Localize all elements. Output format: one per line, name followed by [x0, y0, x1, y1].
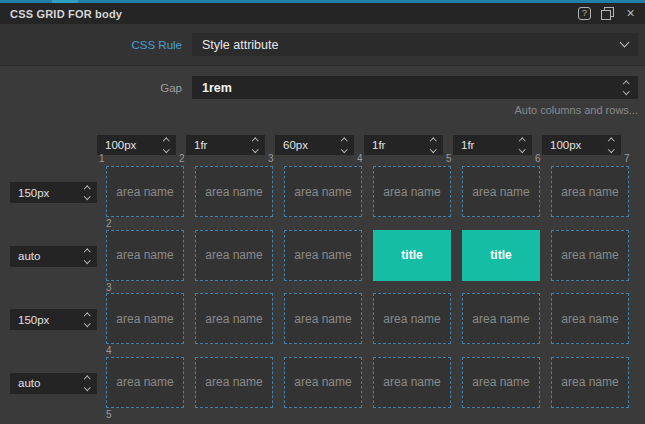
row-track-input-stepper[interactable]	[81, 377, 93, 389]
column-track-input[interactable]: 1fr	[364, 135, 443, 155]
grid-area-cell[interactable]: area name	[284, 166, 362, 217]
column-line-number: 2	[179, 154, 185, 164]
stepper-up-icon[interactable]	[623, 81, 629, 87]
grid-area-cell[interactable]: area name	[462, 293, 540, 344]
stepper-up-icon[interactable]	[163, 138, 169, 144]
column-track-input-stepper[interactable]	[249, 139, 261, 151]
stepper-up-icon[interactable]	[341, 138, 347, 144]
column-track-input[interactable]: 100px	[97, 135, 176, 155]
column-track-input-stepper[interactable]	[338, 139, 350, 151]
column-line-number: 1	[99, 154, 105, 164]
row-track-input-value: 150px	[18, 187, 49, 199]
css-grid-dialog: CSS GRID FOR body ? × CSS Rule Style att…	[0, 0, 645, 424]
grid-area-cell[interactable]: area name	[284, 293, 362, 344]
grid-area-cell[interactable]: area name	[551, 293, 629, 344]
gap-row: Gap 1rem	[0, 76, 645, 99]
column-track-input-value: 1fr	[194, 139, 207, 151]
grid-area-cell[interactable]: area name	[551, 357, 629, 408]
dialog-title: CSS GRID FOR body	[10, 8, 578, 20]
restore-window-icon[interactable]	[601, 7, 614, 20]
column-track-input[interactable]: 60px	[275, 135, 354, 155]
chevron-down-icon	[620, 38, 630, 48]
column-track-input-stepper[interactable]	[160, 139, 172, 151]
column-track-input[interactable]: 1fr	[453, 135, 532, 155]
stepper-down-icon[interactable]	[608, 146, 614, 152]
grid-area-cell[interactable]: area name	[106, 230, 184, 281]
stepper-up-icon[interactable]	[84, 376, 90, 382]
grid-area-cell[interactable]: area name	[551, 230, 629, 281]
row-line-number: 2	[106, 219, 112, 229]
row-track-input-value: 150px	[18, 314, 49, 326]
grid-area-cell[interactable]: area name	[106, 357, 184, 408]
grid-canvas: 100px1fr60px1fr1fr100px1234567150pxauto1…	[0, 125, 645, 424]
css-rule-row: CSS Rule Style attribute	[0, 24, 645, 66]
css-rule-select[interactable]: Style attribute	[192, 33, 638, 56]
grid-area-cell[interactable]: area name	[195, 166, 273, 217]
stepper-up-icon[interactable]	[519, 138, 525, 144]
column-track-input-stepper[interactable]	[516, 139, 528, 151]
column-track-input[interactable]: 100px	[542, 135, 621, 155]
row-track-input[interactable]: auto	[10, 246, 97, 267]
gap-input[interactable]: 1rem	[192, 76, 638, 99]
column-track-input-stepper[interactable]	[605, 139, 617, 151]
stepper-up-icon[interactable]	[608, 138, 614, 144]
row-track-input-stepper[interactable]	[81, 250, 93, 262]
stepper-up-icon[interactable]	[84, 186, 90, 192]
row-track-input-stepper[interactable]	[81, 314, 93, 326]
grid-area-cell[interactable]: area name	[551, 166, 629, 217]
column-line-number: 4	[357, 154, 363, 164]
grid-area-cell[interactable]: area name	[106, 293, 184, 344]
row-track-input[interactable]: 150px	[10, 182, 97, 203]
stepper-down-icon[interactable]	[84, 193, 90, 199]
grid-area-cell-title[interactable]: title	[462, 230, 540, 281]
grid-area-cell[interactable]: area name	[284, 230, 362, 281]
auto-columns-hint[interactable]: Auto columns and rows...	[0, 104, 638, 116]
stepper-up-icon[interactable]	[84, 313, 90, 319]
titlebar: CSS GRID FOR body ? ×	[0, 3, 645, 24]
column-track-input-value: 100px	[105, 139, 136, 151]
titlebar-icons: ? ×	[578, 7, 637, 20]
stepper-down-icon[interactable]	[84, 320, 90, 326]
stepper-up-icon[interactable]	[430, 138, 436, 144]
row-track-input-stepper[interactable]	[81, 187, 93, 199]
column-track-input-value: 1fr	[372, 139, 385, 151]
stepper-down-icon[interactable]	[84, 384, 90, 390]
row-line-number: 5	[106, 410, 112, 420]
help-icon[interactable]: ?	[578, 7, 591, 20]
stepper-down-icon[interactable]	[163, 146, 169, 152]
column-line-number: 7	[624, 154, 630, 164]
grid-area-cell[interactable]: area name	[284, 357, 362, 408]
grid-area-cell[interactable]: area name	[195, 293, 273, 344]
stepper-up-icon[interactable]	[84, 249, 90, 255]
stepper-up-icon[interactable]	[252, 138, 258, 144]
grid-area-cell[interactable]: area name	[462, 357, 540, 408]
stepper-down-icon[interactable]	[519, 146, 525, 152]
stepper-down-icon[interactable]	[84, 257, 90, 263]
grid-area-cell[interactable]: area name	[106, 166, 184, 217]
row-track-input-value: auto	[18, 377, 40, 389]
grid-area-cell-title[interactable]: title	[373, 230, 451, 281]
gap-stepper[interactable]	[620, 82, 632, 94]
grid-area-cell[interactable]: area name	[195, 230, 273, 281]
grid-area-cell[interactable]: area name	[373, 293, 451, 344]
stepper-down-icon[interactable]	[430, 146, 436, 152]
column-track-input-stepper[interactable]	[427, 139, 439, 151]
column-track-input-value: 100px	[550, 139, 581, 151]
stepper-down-icon[interactable]	[252, 146, 258, 152]
gap-value: 1rem	[202, 81, 232, 95]
row-track-input[interactable]: auto	[10, 373, 97, 394]
css-rule-label: CSS Rule	[0, 39, 192, 51]
stepper-down-icon[interactable]	[623, 88, 629, 94]
css-rule-selected-value: Style attribute	[202, 38, 278, 52]
gap-label: Gap	[0, 82, 192, 94]
row-line-number: 4	[106, 346, 112, 356]
column-track-input-value: 60px	[283, 139, 308, 151]
stepper-down-icon[interactable]	[341, 146, 347, 152]
grid-area-cell[interactable]: area name	[373, 357, 451, 408]
grid-area-cell[interactable]: area name	[373, 166, 451, 217]
close-icon[interactable]: ×	[624, 7, 637, 20]
row-track-input[interactable]: 150px	[10, 309, 97, 330]
grid-area-cell[interactable]: area name	[195, 357, 273, 408]
grid-area-cell[interactable]: area name	[462, 166, 540, 217]
column-track-input[interactable]: 1fr	[186, 135, 265, 155]
